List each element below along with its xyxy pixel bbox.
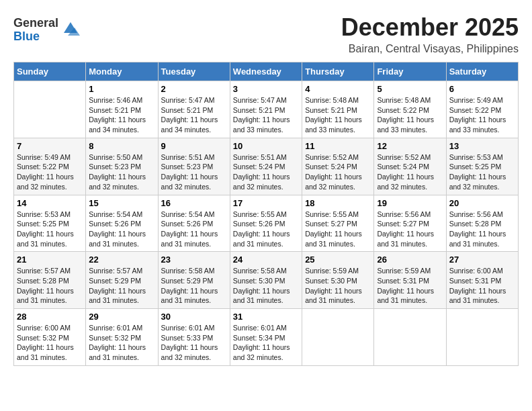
day-number: 19 [377, 198, 443, 208]
logo-blue: Blue [13, 30, 58, 44]
day-info: Sunrise: 5:53 AMSunset: 5:25 PMDaylight:… [449, 152, 515, 192]
day-number: 6 [449, 84, 515, 94]
calendar-header: SundayMondayTuesdayWednesdayThursdayFrid… [14, 62, 519, 81]
day-cell: 22Sunrise: 5:57 AMSunset: 5:29 PMDayligh… [86, 252, 158, 309]
day-number: 16 [161, 198, 227, 208]
day-info: Sunrise: 5:48 AMSunset: 5:22 PMDaylight:… [377, 95, 443, 135]
day-info: Sunrise: 5:59 AMSunset: 5:30 PMDaylight:… [305, 266, 371, 306]
day-info: Sunrise: 6:01 AMSunset: 5:33 PMDaylight:… [161, 323, 227, 363]
day-cell [446, 309, 518, 366]
day-info: Sunrise: 5:49 AMSunset: 5:22 PMDaylight:… [449, 95, 515, 135]
day-number: 12 [377, 141, 443, 151]
day-info: Sunrise: 5:52 AMSunset: 5:24 PMDaylight:… [377, 152, 443, 192]
week-row-1: 1Sunrise: 5:46 AMSunset: 5:21 PMDaylight… [14, 81, 519, 138]
day-cell: 16Sunrise: 5:54 AMSunset: 5:26 PMDayligh… [158, 195, 230, 252]
day-info: Sunrise: 5:52 AMSunset: 5:24 PMDaylight:… [305, 152, 371, 192]
header-cell-wednesday: Wednesday [230, 62, 302, 81]
day-cell: 25Sunrise: 5:59 AMSunset: 5:30 PMDayligh… [302, 252, 374, 309]
calendar-body: 1Sunrise: 5:46 AMSunset: 5:21 PMDaylight… [14, 81, 519, 366]
day-cell: 20Sunrise: 5:56 AMSunset: 5:28 PMDayligh… [446, 195, 518, 252]
day-info: Sunrise: 5:57 AMSunset: 5:29 PMDaylight:… [89, 266, 154, 306]
day-number: 11 [305, 141, 371, 151]
day-info: Sunrise: 5:56 AMSunset: 5:28 PMDaylight:… [449, 210, 515, 249]
day-info: Sunrise: 5:51 AMSunset: 5:23 PMDaylight:… [161, 152, 227, 192]
day-cell: 31Sunrise: 6:01 AMSunset: 5:34 PMDayligh… [230, 309, 302, 366]
logo-text: General Blue [13, 17, 58, 44]
day-cell: 12Sunrise: 5:52 AMSunset: 5:24 PMDayligh… [374, 138, 446, 195]
day-info: Sunrise: 5:55 AMSunset: 5:27 PMDaylight:… [305, 210, 371, 249]
day-cell: 26Sunrise: 5:59 AMSunset: 5:31 PMDayligh… [374, 252, 446, 309]
day-cell [302, 309, 374, 366]
header-cell-friday: Friday [374, 62, 446, 81]
day-cell: 14Sunrise: 5:53 AMSunset: 5:25 PMDayligh… [14, 195, 86, 252]
day-cell: 1Sunrise: 5:46 AMSunset: 5:21 PMDaylight… [86, 81, 158, 138]
day-number: 30 [161, 312, 227, 322]
day-cell: 30Sunrise: 6:01 AMSunset: 5:33 PMDayligh… [158, 309, 230, 366]
day-info: Sunrise: 6:00 AMSunset: 5:31 PMDaylight:… [449, 266, 515, 306]
day-number: 21 [17, 255, 83, 265]
day-number: 28 [17, 312, 83, 322]
day-cell: 3Sunrise: 5:47 AMSunset: 5:21 PMDaylight… [230, 81, 302, 138]
day-info: Sunrise: 5:54 AMSunset: 5:26 PMDaylight:… [89, 210, 154, 249]
logo-general: General [13, 17, 58, 30]
day-info: Sunrise: 6:00 AMSunset: 5:32 PMDaylight:… [17, 323, 83, 363]
day-cell: 24Sunrise: 5:58 AMSunset: 5:30 PMDayligh… [230, 252, 302, 309]
day-number: 3 [233, 84, 299, 94]
day-info: Sunrise: 5:58 AMSunset: 5:30 PMDaylight:… [233, 266, 299, 306]
day-info: Sunrise: 6:01 AMSunset: 5:34 PMDaylight:… [233, 323, 299, 363]
day-cell: 15Sunrise: 5:54 AMSunset: 5:26 PMDayligh… [86, 195, 158, 252]
header-row: SundayMondayTuesdayWednesdayThursdayFrid… [14, 62, 519, 81]
day-cell [14, 81, 86, 138]
day-cell: 2Sunrise: 5:47 AMSunset: 5:21 PMDaylight… [158, 81, 230, 138]
title-block: December 2025 Bairan, Central Visayas, P… [341, 13, 519, 55]
day-cell: 8Sunrise: 5:50 AMSunset: 5:23 PMDaylight… [86, 138, 158, 195]
day-cell: 27Sunrise: 6:00 AMSunset: 5:31 PMDayligh… [446, 252, 518, 309]
day-number: 2 [161, 84, 227, 94]
week-row-3: 14Sunrise: 5:53 AMSunset: 5:25 PMDayligh… [14, 195, 519, 252]
day-number: 27 [449, 255, 515, 265]
day-cell: 28Sunrise: 6:00 AMSunset: 5:32 PMDayligh… [14, 309, 86, 366]
day-info: Sunrise: 5:51 AMSunset: 5:24 PMDaylight:… [233, 152, 299, 192]
day-cell: 4Sunrise: 5:48 AMSunset: 5:21 PMDaylight… [302, 81, 374, 138]
day-number: 14 [17, 198, 83, 208]
day-info: Sunrise: 5:53 AMSunset: 5:25 PMDaylight:… [17, 210, 83, 249]
day-cell: 11Sunrise: 5:52 AMSunset: 5:24 PMDayligh… [302, 138, 374, 195]
logo-icon [61, 19, 80, 38]
day-cell: 9Sunrise: 5:51 AMSunset: 5:23 PMDaylight… [158, 138, 230, 195]
logo: General Blue [13, 17, 80, 44]
day-info: Sunrise: 5:50 AMSunset: 5:23 PMDaylight:… [89, 152, 154, 192]
day-number: 26 [377, 255, 443, 265]
day-cell [374, 309, 446, 366]
day-number: 24 [233, 255, 299, 265]
header-cell-monday: Monday [86, 62, 158, 81]
day-number: 13 [449, 141, 515, 151]
day-info: Sunrise: 5:58 AMSunset: 5:29 PMDaylight:… [161, 266, 227, 306]
day-number: 9 [161, 141, 227, 151]
day-number: 31 [233, 312, 299, 322]
page-header: General Blue December 2025 Bairan, Centr… [13, 13, 519, 55]
day-cell: 19Sunrise: 5:56 AMSunset: 5:27 PMDayligh… [374, 195, 446, 252]
header-cell-tuesday: Tuesday [158, 62, 230, 81]
day-info: Sunrise: 5:57 AMSunset: 5:28 PMDaylight:… [17, 266, 83, 306]
day-cell: 10Sunrise: 5:51 AMSunset: 5:24 PMDayligh… [230, 138, 302, 195]
day-info: Sunrise: 5:48 AMSunset: 5:21 PMDaylight:… [305, 95, 371, 135]
day-info: Sunrise: 5:47 AMSunset: 5:21 PMDaylight:… [161, 95, 227, 135]
day-number: 17 [233, 198, 299, 208]
day-number: 29 [89, 312, 154, 322]
day-cell: 17Sunrise: 5:55 AMSunset: 5:26 PMDayligh… [230, 195, 302, 252]
header-cell-thursday: Thursday [302, 62, 374, 81]
day-number: 23 [161, 255, 227, 265]
day-info: Sunrise: 5:54 AMSunset: 5:26 PMDaylight:… [161, 210, 227, 249]
day-info: Sunrise: 5:46 AMSunset: 5:21 PMDaylight:… [89, 95, 154, 135]
day-number: 20 [449, 198, 515, 208]
day-cell: 18Sunrise: 5:55 AMSunset: 5:27 PMDayligh… [302, 195, 374, 252]
day-cell: 21Sunrise: 5:57 AMSunset: 5:28 PMDayligh… [14, 252, 86, 309]
day-info: Sunrise: 5:55 AMSunset: 5:26 PMDaylight:… [233, 210, 299, 249]
day-number: 15 [89, 198, 154, 208]
header-cell-sunday: Sunday [14, 62, 86, 81]
month-title: December 2025 [341, 13, 519, 42]
week-row-2: 7Sunrise: 5:49 AMSunset: 5:22 PMDaylight… [14, 138, 519, 195]
day-cell: 23Sunrise: 5:58 AMSunset: 5:29 PMDayligh… [158, 252, 230, 309]
day-cell: 5Sunrise: 5:48 AMSunset: 5:22 PMDaylight… [374, 81, 446, 138]
day-number: 7 [17, 141, 83, 151]
